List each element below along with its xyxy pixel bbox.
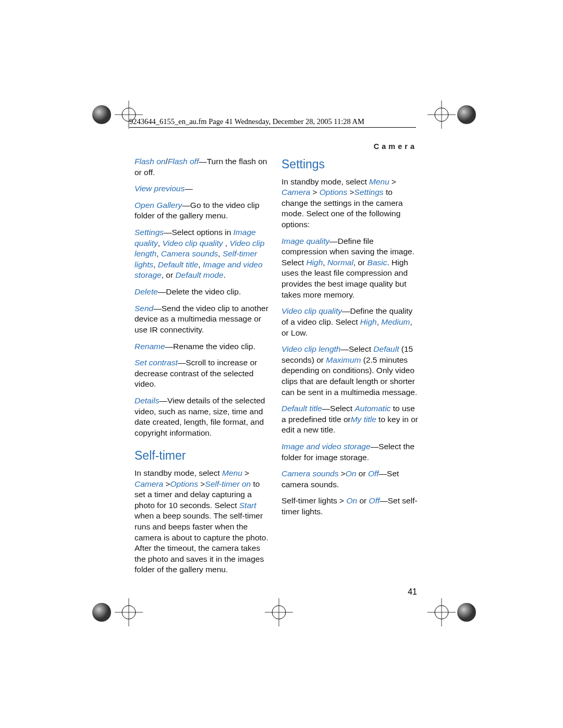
para-self-timer-lights: Self-timer lights > On or Off—Set self-t…	[282, 496, 418, 517]
para-send: Send—Send the video clip to another devi…	[134, 303, 271, 336]
reg-mark-cross-bl	[115, 598, 143, 626]
column-right: Settings In standby mode, select Menu > …	[282, 156, 418, 581]
reg-mark-sphere-bl	[91, 602, 112, 623]
para-default-title: Default title—Select Automatic to use a …	[282, 403, 418, 436]
para-set-contrast: Set contrast—Scroll to increase or decre…	[134, 357, 271, 390]
para-image-quality: Image quality—Define file compression wh…	[282, 236, 418, 301]
reg-mark-sphere-tr	[456, 104, 477, 125]
para-view-previous: View previous—	[134, 183, 271, 194]
para-video-clip-quality: Video clip quality—Define the quality of…	[282, 306, 418, 338]
para-camera-sounds: Camera sounds >On or Off—Set camera soun…	[282, 468, 418, 490]
para-settings-intro: In standby mode, select Menu > Camera > …	[282, 177, 418, 230]
header-line: 9243644_6155_en_au.fm Page 41 Wednesday,…	[129, 117, 364, 126]
heading-self-timer: Self-timer	[134, 448, 271, 464]
reg-mark-cross-tr	[427, 101, 456, 129]
heading-settings: Settings	[282, 156, 418, 172]
para-self-timer: In standby mode, select Menu > Camera >O…	[134, 468, 271, 575]
para-image-video-storage: Image and video storage—Select the folde…	[282, 441, 418, 463]
para-details: Details—View details of the selected vid…	[134, 396, 271, 438]
para-rename: Rename—Rename the video clip.	[134, 341, 271, 352]
reg-mark-sphere-br	[456, 602, 477, 623]
svg-point-18	[457, 603, 476, 622]
para-open-gallery: Open Gallery—Go to the video clip folder…	[134, 200, 271, 221]
page: 9243644_6155_en_au.fm Page 41 Wednesday,…	[0, 0, 563, 728]
para-settings: Settings—Select options in Image quality…	[134, 227, 271, 281]
svg-point-8	[92, 603, 111, 622]
reg-mark-cross-br	[427, 598, 456, 626]
reg-mark-sphere-tl	[91, 104, 112, 125]
section-tag: Camera	[374, 142, 417, 151]
header-rule	[129, 127, 416, 128]
reg-mark-cross-bc	[265, 598, 293, 626]
para-delete: Delete—Delete the video clip.	[134, 287, 271, 298]
content-columns: Flash on/Flash off—Turn the flash on or …	[134, 156, 419, 581]
page-number: 41	[408, 587, 417, 597]
column-left: Flash on/Flash off—Turn the flash on or …	[134, 156, 271, 581]
para-video-clip-length: Video clip length—Select Default (15 sec…	[282, 344, 418, 398]
svg-point-7	[457, 105, 476, 124]
para-flash: Flash on/Flash off—Turn the flash on or …	[134, 156, 271, 178]
svg-point-0	[92, 105, 111, 124]
